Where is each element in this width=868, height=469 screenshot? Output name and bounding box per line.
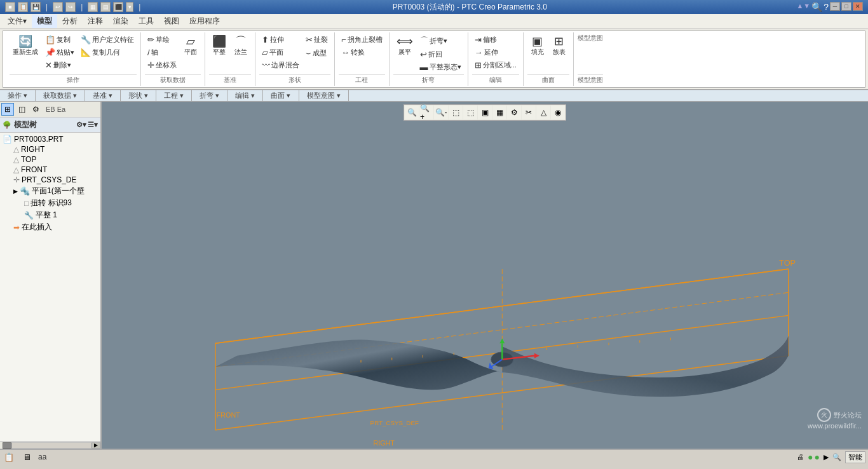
tree-settings-button[interactable]: ⚙▾	[76, 121, 86, 129]
boundary-blend-button[interactable]: 〰 边界混合	[259, 59, 302, 71]
flange-button[interactable]: ⌒ 法兰	[231, 34, 251, 58]
paste-icon: 📌	[45, 48, 55, 57]
view-btn-1[interactable]: ⬚	[449, 105, 463, 119]
minimize-button[interactable]: ─	[830, 2, 840, 11]
tree-view-button[interactable]: ⊞	[1, 103, 14, 116]
view-btn-8[interactable]: ◉	[551, 105, 565, 119]
tree-filter-button[interactable]: ☰▾	[88, 121, 98, 129]
menu-analysis[interactable]: 分析	[57, 15, 83, 28]
offset-icon: ⇥	[475, 35, 482, 44]
menu-model[interactable]: 模型	[32, 15, 57, 28]
tree-item-right[interactable]: △ RIGHT	[1, 144, 99, 154]
tree-item-flatten1[interactable]: 🔧 平整 1	[1, 209, 99, 221]
rl-get-data[interactable]: 获取数据 ▾	[36, 90, 85, 101]
split-region-button[interactable]: ⊞ 分割区域...	[472, 59, 519, 71]
sketch-button[interactable]: ✏ 草绘	[145, 34, 179, 46]
menu-file[interactable]: 文件▾	[3, 15, 32, 28]
status-search[interactable]: 🔍	[832, 453, 841, 461]
menu-applications[interactable]: 应用程序	[184, 15, 225, 28]
view-btn-6[interactable]: ✂	[522, 105, 536, 119]
tree-item-twist93[interactable]: □ 扭转 标识93	[1, 197, 99, 209]
status-icon-1[interactable]: 📋	[3, 451, 15, 463]
svg-text:PRT_CSYS_DEF: PRT_CSYS_DEF	[370, 419, 419, 426]
3d-viewport[interactable]: TOP	[102, 102, 868, 449]
rl-surface[interactable]: 曲面 ▾	[263, 90, 299, 101]
menu-tools[interactable]: 工具	[133, 15, 159, 28]
surface-icon: ▱	[262, 48, 268, 57]
offset-button[interactable]: ⇥ 偏移	[472, 34, 519, 46]
menu-render[interactable]: 渲染	[108, 15, 133, 28]
tree-item-top[interactable]: △ TOP	[1, 154, 99, 165]
tree-item-csys[interactable]: ✛ PRT_CSYS_DE	[1, 175, 99, 185]
surface-button[interactable]: ▱ 平面	[259, 46, 302, 58]
panel-settings-button[interactable]: ⚙	[29, 103, 42, 116]
rl-engineering[interactable]: 工程 ▾	[156, 90, 192, 101]
user-defined-feature-button[interactable]: 🔧 用户定义特征	[78, 34, 137, 46]
rl-model-intent[interactable]: 模型意图 ▾	[299, 90, 349, 101]
panel-scrollbar[interactable]: ▶	[0, 441, 100, 449]
bend-button[interactable]: ⌒ 折弯▾	[417, 34, 464, 48]
delete-button[interactable]: ✕ 删除▾	[43, 59, 77, 71]
menu-annotation[interactable]: 注释	[83, 15, 108, 28]
ribbon-group-model-intent: 模型意图 模型意图	[574, 32, 607, 86]
family-table-icon: ⊞	[554, 36, 564, 47]
extrude-button[interactable]: ⬆ 拉伸	[259, 34, 302, 46]
rl-datum[interactable]: 基准 ▾	[85, 90, 121, 101]
help-btn[interactable]: ?	[824, 2, 829, 12]
plane1-icon: 🔩	[20, 186, 30, 196]
expand-arrow[interactable]: ▶	[13, 188, 18, 194]
ribbon-toolbar: 🔄 重新生成 📋 复制 📌 粘贴▾ ✕ 删除▾	[0, 29, 868, 90]
flat-state-button[interactable]: ▬ 平整形态▾	[417, 61, 464, 73]
convert-button[interactable]: ↔ 转换	[339, 46, 385, 58]
viewport[interactable]: 🔍 🔍+ 🔍- ⬚ ⬚ ▣ ▦ ⚙ ✂ △ ◉	[102, 102, 868, 449]
view-btn-4[interactable]: ▦	[492, 105, 506, 119]
unfold-icon: ⟺	[397, 36, 413, 47]
zoom-out-button[interactable]: 🔍-	[434, 105, 448, 119]
paste-button[interactable]: 📌 粘贴▾	[43, 46, 77, 58]
tree-item-front[interactable]: △ FRONT	[1, 165, 99, 175]
view-btn-2[interactable]: ⬚	[463, 105, 477, 119]
csys-button[interactable]: ✛ 坐标系	[145, 59, 179, 71]
rl-operations[interactable]: 操作 ▾	[0, 90, 36, 101]
copy-geom-icon: 📐	[81, 48, 91, 57]
form-button[interactable]: ⌣ 成型	[303, 46, 330, 59]
zoom-fit-button[interactable]: 🔍	[405, 105, 419, 119]
tree-item-plane1[interactable]: ▶ 🔩 平面1(第一个壁	[1, 185, 99, 197]
unfold-button[interactable]: ⟺ 展平	[393, 34, 416, 58]
family-table-button[interactable]: ⊞ 族表	[549, 34, 569, 58]
status-print[interactable]: 🖨	[797, 453, 804, 461]
zoom-in-button[interactable]: 🔍+	[419, 105, 433, 119]
copy-button[interactable]: 📋 复制	[43, 34, 77, 46]
plane-button[interactable]: ▱ 平面	[180, 34, 201, 58]
rl-bend[interactable]: 折弯 ▾	[192, 90, 227, 101]
axis-button[interactable]: / 轴	[145, 46, 179, 58]
main-area: ⊞ ◫ ⚙ EB Ea 🌳 模型树 ⚙▾ ☰▾ 📄 PRT0003.PRT △ …	[0, 102, 868, 449]
group-label-get-data: 获取数据	[145, 74, 201, 85]
split-button[interactable]: ✂ 扯裂	[303, 34, 330, 46]
tree-item-prt0003[interactable]: 📄 PRT0003.PRT	[1, 134, 99, 144]
status-icon-2[interactable]: 🖥	[20, 451, 33, 463]
menu-view[interactable]: 视图	[159, 15, 184, 28]
group-label-model-intent: 模型意图	[578, 74, 603, 85]
search-btn[interactable]: 🔍	[811, 2, 822, 12]
rl-shape[interactable]: 形状 ▾	[121, 90, 156, 101]
fold-back-button[interactable]: ↩ 折回	[417, 48, 464, 60]
copy-geometry-button[interactable]: 📐 复制几何	[78, 46, 137, 58]
model-tree[interactable]: 📄 PRT0003.PRT △ RIGHT △ TOP △ FRONT ✛	[0, 133, 100, 441]
rl-edit[interactable]: 编辑 ▾	[227, 90, 263, 101]
corner-relief-button[interactable]: ⌐ 拐角止裂槽	[339, 34, 385, 46]
extend-button[interactable]: → 延伸	[472, 46, 519, 58]
layer-view-button[interactable]: ◫	[15, 103, 28, 116]
view-btn-5[interactable]: ⚙	[507, 105, 521, 119]
status-play[interactable]: ▶	[824, 453, 829, 461]
rebuild-button[interactable]: 🔄 重新生成	[10, 34, 41, 58]
status-dots: ● ●	[808, 452, 820, 462]
close-button[interactable]: ✕	[853, 2, 863, 11]
view-btn-7[interactable]: △	[536, 105, 550, 119]
maximize-button[interactable]: □	[841, 2, 851, 11]
flatten-button[interactable]: ⬛ 平整	[209, 34, 229, 58]
tree-item-label: TOP	[21, 155, 36, 164]
fill-button[interactable]: ▣ 填充	[527, 34, 548, 58]
view-btn-3[interactable]: ▣	[478, 105, 492, 119]
tree-item-insert-here[interactable]: ➡ 在此插入	[1, 221, 99, 233]
